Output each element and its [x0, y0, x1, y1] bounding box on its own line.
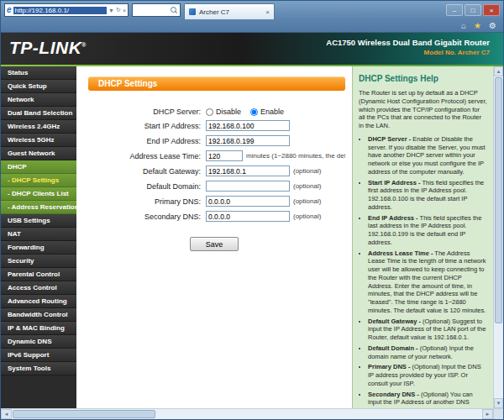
sidebar-item[interactable]: - DHCP Settings — [1, 174, 76, 187]
sidebar-item-label: IPv6 Support — [8, 351, 49, 359]
favorites-star-icon[interactable]: ★ — [474, 22, 481, 30]
tools-gear-icon[interactable]: ⚙ — [489, 22, 496, 30]
sidebar-item[interactable]: Dynamic DNS — [1, 335, 76, 349]
search-input[interactable] — [132, 3, 181, 17]
form-row-end-ip: End IP Address: — [88, 135, 345, 146]
sidebar-item-label: - Address Reservation — [8, 203, 76, 211]
default-gateway-input[interactable] — [206, 165, 290, 176]
search-icon[interactable] — [171, 7, 177, 13]
sidebar-item[interactable]: IP & MAC Binding — [1, 322, 76, 335]
help-bullet: Primary DNS - (Optional) Input the DNS I… — [368, 363, 487, 387]
start-ip-label: Start IP Address: — [88, 122, 206, 130]
sidebar-item[interactable]: DHCP — [1, 160, 76, 174]
start-ip-input[interactable] — [206, 120, 290, 131]
model-number: Model No. Archer C7 — [326, 49, 490, 56]
refresh-icon[interactable]: ↻ — [116, 7, 121, 13]
sidebar-item[interactable]: System Tools — [1, 362, 76, 375]
default-domain-hint: (optional) — [293, 182, 321, 190]
sidebar-item-label: Bandwidth Control — [8, 311, 68, 318]
sidebar-item[interactable]: Wireless 5GHz — [1, 134, 76, 147]
tp-link-logo: TP-LINK® — [9, 38, 87, 58]
sidebar-item[interactable]: Access Control — [1, 281, 76, 295]
ie-icon: e — [7, 6, 12, 14]
sidebar-item[interactable]: - DHCP Clients List — [1, 187, 76, 201]
sidebar-item-label: DHCP — [8, 163, 27, 171]
help-bullet: Default Domain - (Optional) Input the do… — [368, 344, 487, 361]
scroll-left-arrow[interactable]: ◄ — [1, 409, 12, 419]
scrollbar-corner — [493, 409, 503, 419]
product-name: AC1750 Wireless Dual Band Gigabit Router — [326, 38, 490, 47]
tab-close-icon[interactable]: × — [265, 8, 270, 16]
secondary-dns-label: Secondary DNS: — [88, 213, 206, 221]
help-bullet: Secondary DNS - (Optional) You can input… — [368, 391, 487, 409]
help-bullet-list: DHCP Server - Enable or Disable the serv… — [359, 135, 487, 408]
default-domain-label: Default Domain: — [88, 182, 206, 191]
dhcp-server-disable-label: Disable — [216, 108, 241, 116]
maximize-button[interactable]: □ — [465, 4, 481, 16]
primary-dns-label: Primary DNS: — [88, 197, 206, 206]
sidebar-item[interactable]: Forwarding — [1, 241, 76, 255]
scroll-right-arrow[interactable]: ► — [482, 409, 493, 419]
dhcp-settings-form: DHCP Server: Disable Enable Start IP Add… — [88, 108, 345, 251]
form-row-start-ip: Start IP Address: — [88, 120, 345, 131]
sidebar-item[interactable]: USB Settings — [1, 214, 76, 228]
default-domain-input[interactable] — [206, 181, 290, 192]
lease-time-hint: minutes (1~2880 minutes, the default val… — [246, 152, 345, 160]
sidebar-item-label: System Tools — [8, 365, 50, 372]
dhcp-server-label: DHCP Server: — [88, 108, 206, 116]
sidebar-item-label: Quick Setup — [8, 82, 47, 90]
sidebar-item[interactable]: Wireless 2.4GHz — [1, 120, 76, 134]
sidebar-item-label: Wireless 2.4GHz — [8, 123, 60, 130]
sidebar-item-label: IP & MAC Binding — [8, 324, 65, 332]
sidebar-item[interactable]: Guest Network — [1, 147, 76, 160]
sidebar-item-label: Parental Control — [8, 270, 60, 278]
stop-icon[interactable]: × — [123, 8, 126, 13]
sidebar-item-label: Guest Network — [8, 150, 55, 157]
minimize-button[interactable]: – — [446, 4, 463, 16]
address-dropdown-icon[interactable]: ▼ — [108, 8, 114, 13]
registered-mark: ® — [81, 42, 87, 48]
url-text[interactable]: http://192.168.0.1/ — [13, 7, 108, 14]
tab-archer-c7[interactable]: Archer C7 × — [184, 3, 275, 19]
tab-favicon — [189, 8, 196, 15]
address-bar[interactable]: e http://192.168.0.1/ ▼ ↻ × — [4, 3, 129, 17]
sidebar-item[interactable]: - Address Reservation — [1, 201, 76, 214]
sidebar-item-label: Security — [8, 257, 34, 265]
sidebar-item[interactable]: Status — [1, 66, 76, 80]
sidebar-item[interactable]: Network — [1, 93, 76, 107]
vertical-scroll-thumb[interactable] — [495, 77, 502, 323]
sidebar-item[interactable]: IPv6 Support — [1, 349, 76, 362]
scroll-up-arrow[interactable]: ▲ — [494, 66, 503, 76]
sidebar-item-label: Status — [8, 69, 28, 76]
dhcp-server-disable-radio[interactable] — [206, 108, 213, 116]
horizontal-scroll-thumb[interactable] — [13, 410, 155, 418]
sidebar-item[interactable]: Quick Setup — [1, 80, 76, 93]
end-ip-input[interactable] — [206, 135, 290, 146]
sidebar-item-label: Network — [8, 96, 34, 103]
secondary-dns-hint: (optional) — [293, 213, 321, 220]
save-button[interactable]: Save — [190, 237, 239, 251]
sidebar-nav: Status Quick Setup Network Dual Band Sel… — [1, 66, 76, 408]
primary-dns-input[interactable] — [206, 196, 290, 207]
sidebar-item[interactable]: Advanced Routing — [1, 295, 76, 308]
help-bullet: End IP Address - This field specifies th… — [368, 214, 487, 247]
horizontal-scrollbar[interactable]: ◄ ► — [1, 408, 503, 419]
default-gateway-hint: (optional) — [293, 167, 321, 175]
scroll-down-arrow[interactable]: ▼ — [494, 398, 503, 408]
secondary-dns-input[interactable] — [206, 211, 290, 222]
sidebar-item[interactable]: Dual Band Selection — [1, 107, 76, 120]
sidebar-item-label: NAT — [8, 230, 21, 238]
sidebar-item[interactable]: Parental Control — [1, 268, 76, 281]
tab-title: Archer C7 — [199, 8, 262, 16]
sidebar-item[interactable]: Security — [1, 255, 76, 268]
sidebar-item[interactable]: Bandwidth Control — [1, 308, 76, 322]
home-icon[interactable]: ⌂ — [461, 22, 466, 30]
help-bullet: Start IP Address - This field specifies … — [368, 179, 487, 212]
sidebar-item[interactable]: NAT — [1, 228, 76, 241]
dhcp-server-enable-radio[interactable] — [250, 108, 258, 116]
end-ip-label: End IP Address: — [88, 137, 206, 145]
vertical-scrollbar[interactable]: ▲ ▼ — [493, 66, 503, 408]
sidebar-item-label: Access Control — [8, 284, 57, 291]
lease-time-input[interactable] — [206, 150, 243, 161]
close-button[interactable]: × — [483, 4, 500, 16]
